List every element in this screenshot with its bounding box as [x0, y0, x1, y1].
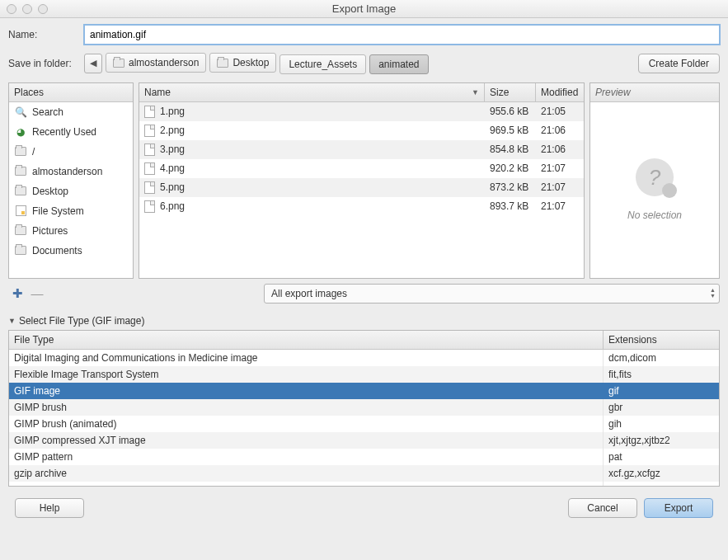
cancel-button[interactable]: Cancel: [568, 498, 637, 518]
preview-panel: Preview ? No selection: [589, 82, 720, 279]
places-item[interactable]: /: [9, 142, 133, 162]
column-header-filetype[interactable]: File Type: [9, 331, 604, 349]
file-row[interactable]: 4.png920.2 kB21:07: [139, 159, 584, 178]
folder-icon: [14, 244, 27, 257]
folder-icon: [113, 59, 124, 68]
places-item[interactable]: almostanderson: [9, 162, 133, 181]
file-icon: [144, 162, 155, 175]
breadcrumb-segment[interactable]: almostanderson: [106, 53, 206, 73]
preview-header: Preview: [590, 83, 719, 102]
filetype-row[interactable]: GIF imagegif: [9, 383, 719, 399]
filetype-row[interactable]: Digital Imaging and Communications in Me…: [9, 350, 719, 366]
filetype-expander[interactable]: ▼ Select File Type (GIF image): [8, 315, 720, 327]
filetype-row[interactable]: HTML tablehtml,htm: [9, 482, 719, 486]
places-item[interactable]: Documents: [9, 241, 133, 261]
window-title: Export Image: [0, 2, 728, 15]
export-button[interactable]: Export: [644, 498, 713, 518]
folder-icon: [14, 224, 27, 238]
column-header-extensions[interactable]: Extensions: [604, 331, 719, 349]
breadcrumb-back-button[interactable]: ◀: [84, 54, 102, 73]
places-item[interactable]: Desktop: [9, 181, 133, 201]
file-icon: [144, 181, 155, 194]
folder-label: Save in folder:: [8, 58, 84, 69]
folder-icon: [14, 185, 27, 198]
file-filter-select[interactable]: All export images ▲▼: [264, 284, 720, 304]
places-item[interactable]: 🔍Search: [9, 102, 133, 122]
filetype-row[interactable]: GIMP compressed XJT imagexjt,xjtgz,xjtbz…: [9, 432, 719, 449]
folder-icon: [14, 145, 27, 158]
folder-icon: [217, 59, 228, 68]
triangle-down-icon: ▼: [8, 317, 16, 325]
column-header-name[interactable]: Name ▼: [139, 83, 485, 101]
breadcrumb-segment[interactable]: animated: [369, 54, 428, 74]
filetype-row[interactable]: GIMP patternpat: [9, 449, 719, 465]
file-row[interactable]: 3.png854.8 kB21:06: [139, 140, 584, 159]
help-button[interactable]: Help: [15, 498, 84, 518]
filetype-table: File Type Extensions Digital Imaging and…: [8, 330, 720, 487]
column-header-modified[interactable]: Modified: [536, 83, 584, 101]
filetype-row[interactable]: GIMP brushgbr: [9, 399, 719, 416]
preview-status-text: No selection: [627, 209, 682, 221]
file-row[interactable]: 6.png893.7 kB21:07: [139, 197, 584, 216]
breadcrumb-segment[interactable]: Desktop: [209, 53, 276, 73]
file-row[interactable]: 2.png969.5 kB21:06: [139, 121, 584, 140]
file-icon: [144, 125, 155, 137]
places-item[interactable]: ◕Recently Used: [9, 122, 133, 142]
file-row[interactable]: 1.png955.6 kB21:05: [139, 102, 584, 121]
preview-placeholder-icon: ?: [636, 158, 674, 196]
add-bookmark-button[interactable]: ✚: [10, 287, 25, 300]
folder-icon: [14, 165, 27, 178]
files-panel: Name ▼ Size Modified 1.png955.6 kB21:052…: [139, 82, 585, 279]
places-panel: Places 🔍Search◕Recently Used/almostander…: [8, 82, 134, 279]
file-icon: [144, 200, 155, 213]
file-row[interactable]: 5.png873.2 kB21:07: [139, 178, 584, 197]
create-folder-button[interactable]: Create Folder: [638, 54, 720, 73]
file-icon: [144, 106, 155, 118]
filename-input[interactable]: [84, 25, 720, 45]
drive-icon: [14, 205, 27, 218]
places-item[interactable]: File System: [9, 201, 133, 221]
filetype-row[interactable]: gzip archivexcf.gz,xcfgz: [9, 465, 719, 482]
filetype-row[interactable]: GIMP brush (animated)gih: [9, 416, 719, 432]
search-icon: 🔍: [14, 106, 27, 119]
titlebar: Export Image: [0, 0, 728, 18]
name-label: Name:: [8, 29, 84, 40]
stepper-icon: ▲▼: [710, 287, 716, 299]
sort-indicator-icon: ▼: [472, 88, 479, 96]
places-header[interactable]: Places: [9, 83, 133, 102]
file-icon: [144, 144, 155, 156]
clock-icon: ◕: [14, 125, 27, 139]
places-item[interactable]: Pictures: [9, 221, 133, 241]
filetype-row[interactable]: Flexible Image Transport Systemfit,fits: [9, 366, 719, 383]
breadcrumb-segment[interactable]: Lecture_Assets: [279, 54, 366, 74]
remove-bookmark-button[interactable]: —: [30, 287, 45, 300]
column-header-size[interactable]: Size: [485, 83, 536, 101]
